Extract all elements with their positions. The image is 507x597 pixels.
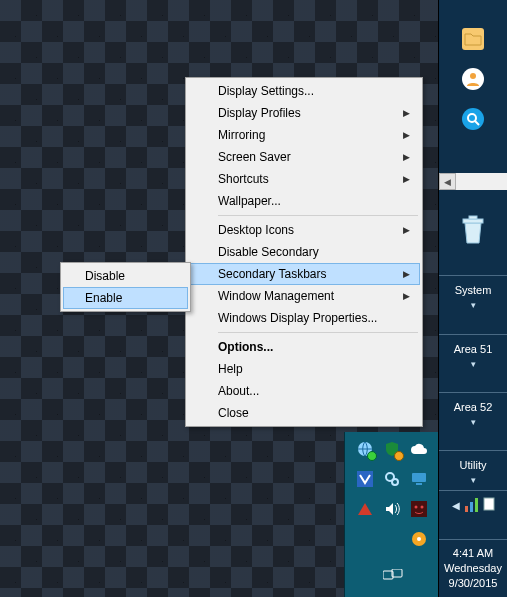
menu-item-label: Shortcuts [218,172,269,186]
menu-item-desktop-icons[interactable]: Desktop Icons ▶ [188,219,420,241]
sidebar-section-system[interactable]: System ▾ [439,275,507,310]
svg-rect-17 [469,216,477,219]
chevron-right-icon: ▶ [403,219,410,241]
scroll-track[interactable] [456,173,507,190]
menu-separator [218,332,418,333]
clock-time: 4:41 AM [439,546,507,561]
submenu-secondary-taskbars: Disable Enable [60,262,191,312]
svg-point-3 [392,479,398,485]
menu-item-label: Display Settings... [218,84,314,98]
chevron-right-icon: ▶ [403,102,410,124]
status-badge-icon [367,451,377,461]
sidebar-scrollbar[interactable]: ◀ [439,173,507,190]
scroll-left-button[interactable]: ◀ [439,173,456,190]
chevron-right-icon: ▶ [403,168,410,190]
sidebar-section-area-52[interactable]: Area 52 ▾ [439,392,507,427]
status-badge-icon [394,451,404,461]
menu-item-label: Windows Display Properties... [218,311,377,325]
sidebar-tools-row: ◀ [439,490,507,513]
recycle-bin-icon[interactable] [460,215,486,245]
menu-item-display-settings[interactable]: Display Settings... [188,80,420,102]
menu-item-options[interactable]: Options... [188,336,420,358]
chevron-right-icon: ▶ [403,124,410,146]
svg-rect-16 [463,219,483,223]
chevron-down-icon: ▾ [439,300,507,310]
menu-item-shortcuts[interactable]: Shortcuts ▶ [188,168,420,190]
menu-item-label: Mirroring [218,128,265,142]
menu-item-label: Wallpaper... [218,194,281,208]
section-label: System [455,284,492,296]
menu-item-label: Options... [218,340,273,354]
menu-item-help[interactable]: Help [188,358,420,380]
menu-item-window-management[interactable]: Window Management ▶ [188,285,420,307]
menu-item-secondary-taskbars[interactable]: Secondary Taskbars ▶ [188,263,420,285]
menu-item-screen-saver[interactable]: Screen Saver ▶ [188,146,420,168]
menu-item-label: Desktop Icons [218,223,294,237]
menu-item-about[interactable]: About... [188,380,420,402]
section-label: Area 51 [454,343,493,355]
menu-item-windows-display-properties[interactable]: Windows Display Properties... [188,307,420,329]
svg-point-13 [470,73,476,79]
search-icon[interactable] [462,108,484,130]
speaker-icon[interactable] [383,500,401,518]
context-menu: Display Settings... Display Profiles ▶ M… [185,77,423,427]
sidebar-section-utility[interactable]: Utility ▾ [439,450,507,485]
chevron-right-icon: ▶ [403,285,410,307]
disc-icon[interactable] [410,530,428,548]
menu-item-label: Disable Secondary [218,245,319,259]
svg-rect-18 [484,498,494,510]
chevron-right-icon: ▶ [403,263,410,285]
chevron-down-icon: ▾ [439,475,507,485]
menu-item-wallpaper[interactable]: Wallpaper... [188,190,420,212]
chevron-right-icon: ▶ [403,146,410,168]
shield-icon[interactable] [383,440,401,458]
svg-rect-5 [416,483,422,485]
section-label: Area 52 [454,401,493,413]
monitor-icon[interactable] [410,470,428,488]
folder-icon[interactable] [462,28,484,50]
cloud-icon[interactable] [410,440,428,458]
svg-point-10 [417,537,421,541]
menu-item-label: Help [218,362,243,376]
svg-point-7 [415,506,418,509]
globe-icon[interactable] [356,440,374,458]
tray-panel [344,432,439,597]
menu-item-mirroring[interactable]: Mirroring ▶ [188,124,420,146]
svg-point-14 [468,114,476,122]
sidebar: ◀ System ▾ Area 51 ▾ Area 52 ▾ Utility ▾… [438,0,507,597]
submenu-item-enable[interactable]: Enable [63,287,188,309]
chevron-down-icon: ▾ [439,417,507,427]
svg-line-15 [475,121,479,125]
triangle-icon[interactable] [356,500,374,518]
menu-item-label: Close [218,406,249,420]
bars-icon[interactable] [465,498,478,512]
svg-rect-6 [411,501,427,517]
menu-item-label: About... [218,384,259,398]
menu-item-close[interactable]: Close [188,402,420,424]
menu-item-label: Enable [85,291,122,305]
v-icon[interactable] [356,470,374,488]
chevron-down-icon: ▾ [439,359,507,369]
menu-separator [218,215,418,216]
clock-day: Wednesday [439,561,507,576]
menu-item-disable-secondary[interactable]: Disable Secondary [188,241,420,263]
menu-item-label: Display Profiles [218,106,301,120]
menu-item-display-profiles[interactable]: Display Profiles ▶ [188,102,420,124]
monitors-icon[interactable] [383,569,401,587]
chevron-left-icon[interactable]: ◀ [452,500,460,511]
menu-item-label: Disable [85,269,125,283]
section-label: Utility [460,459,487,471]
users-icon[interactable] [462,68,484,90]
app-icon[interactable] [410,500,428,518]
svg-point-8 [421,506,424,509]
menu-item-label: Screen Saver [218,150,291,164]
menu-item-label: Window Management [218,289,334,303]
svg-rect-4 [412,473,426,482]
taskbar-clock[interactable]: 4:41 AM Wednesday 9/30/2015 [439,539,507,597]
gears-icon[interactable] [383,470,401,488]
page-icon[interactable] [483,497,495,513]
clock-date: 9/30/2015 [439,576,507,591]
menu-item-label: Secondary Taskbars [218,267,327,281]
sidebar-section-area-51[interactable]: Area 51 ▾ [439,334,507,369]
submenu-item-disable[interactable]: Disable [63,265,188,287]
